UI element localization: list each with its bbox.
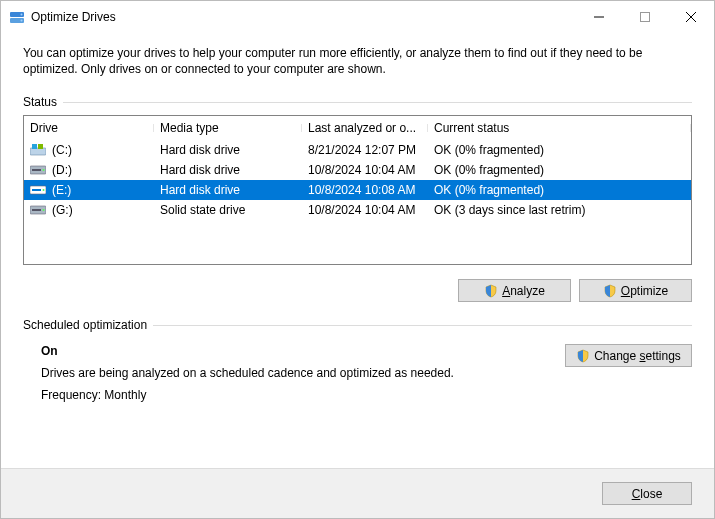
table-body: (C:)Hard disk drive8/21/2024 12:07 PMOK … — [24, 140, 691, 220]
table-row[interactable]: (E:)Hard disk drive10/8/2024 10:08 AMOK … — [24, 180, 691, 200]
close-label: Close — [632, 487, 663, 501]
close-button[interactable] — [668, 1, 714, 33]
drive-name: (E:) — [52, 183, 71, 197]
minimize-button[interactable] — [576, 1, 622, 33]
col-drive-header[interactable]: Drive — [24, 121, 154, 135]
analyze-button[interactable]: Analyze — [458, 279, 571, 302]
svg-rect-15 — [32, 209, 41, 211]
svg-rect-12 — [32, 189, 41, 191]
svg-point-13 — [43, 189, 45, 191]
col-status-header[interactable]: Current status — [428, 121, 691, 135]
status-cell: OK (0% fragmented) — [428, 143, 691, 157]
media-cell: Hard disk drive — [154, 143, 302, 157]
date-cell: 8/21/2024 12:07 PM — [302, 143, 428, 157]
app-icon — [9, 9, 25, 25]
date-cell: 10/8/2024 10:04 AM — [302, 163, 428, 177]
drive-name: (D:) — [52, 163, 72, 177]
window-title: Optimize Drives — [31, 10, 116, 24]
col-media-header[interactable]: Media type — [154, 121, 302, 135]
drive-cell: (G:) — [24, 203, 154, 217]
media-cell: Solid state drive — [154, 203, 302, 217]
divider — [153, 325, 692, 326]
status-cell: OK (0% fragmented) — [428, 183, 691, 197]
change-settings-button[interactable]: Change settings — [565, 344, 692, 367]
sched-desc: Drives are being analyzed on a scheduled… — [41, 366, 565, 380]
svg-point-3 — [21, 20, 23, 22]
svg-rect-4 — [641, 13, 650, 22]
sched-heading-row: Scheduled optimization — [23, 318, 692, 332]
table-header: Drive Media type Last analyzed or o... C… — [24, 116, 691, 140]
col-date-header[interactable]: Last analyzed or o... — [302, 121, 428, 135]
drive-icon — [30, 184, 46, 196]
shield-icon — [576, 349, 590, 363]
sched-label: Scheduled optimization — [23, 318, 147, 332]
drive-cell: (E:) — [24, 183, 154, 197]
status-cell: OK (3 days since last retrim) — [428, 203, 691, 217]
divider — [63, 102, 692, 103]
media-cell: Hard disk drive — [154, 183, 302, 197]
intro-text: You can optimize your drives to help you… — [23, 45, 692, 77]
footer: Close — [1, 468, 714, 518]
table-row[interactable]: (D:)Hard disk drive10/8/2024 10:04 AMOK … — [24, 160, 691, 180]
svg-point-10 — [43, 169, 45, 171]
close-dialog-button[interactable]: Close — [602, 482, 692, 505]
date-cell: 10/8/2024 10:08 AM — [302, 183, 428, 197]
table-row[interactable]: (G:)Solid state drive10/8/2024 10:04 AMO… — [24, 200, 691, 220]
shield-icon — [484, 284, 498, 298]
svg-point-2 — [21, 14, 23, 16]
svg-rect-7 — [38, 144, 43, 149]
svg-rect-9 — [32, 169, 41, 171]
svg-point-16 — [43, 209, 45, 211]
drive-name: (C:) — [52, 143, 72, 157]
svg-rect-6 — [32, 144, 37, 149]
svg-rect-5 — [30, 148, 46, 155]
window-controls — [576, 1, 714, 33]
drive-icon — [30, 164, 46, 176]
change-settings-label: Change settings — [594, 349, 681, 363]
date-cell: 10/8/2024 10:04 AM — [302, 203, 428, 217]
drive-cell: (C:) — [24, 143, 154, 157]
analyze-label: Analyze — [502, 284, 545, 298]
table-row[interactable]: (C:)Hard disk drive8/21/2024 12:07 PMOK … — [24, 140, 691, 160]
drive-icon — [30, 144, 46, 156]
titlebar: Optimize Drives — [1, 1, 714, 33]
media-cell: Hard disk drive — [154, 163, 302, 177]
status-label: Status — [23, 95, 57, 109]
shield-icon — [603, 284, 617, 298]
sched-text: On Drives are being analyzed on a schedu… — [41, 344, 565, 410]
drive-icon — [30, 204, 46, 216]
sched-actions: Change settings — [565, 344, 692, 410]
drive-table[interactable]: Drive Media type Last analyzed or o... C… — [23, 115, 692, 265]
status-cell: OK (0% fragmented) — [428, 163, 691, 177]
table-actions: Analyze Optimize — [23, 279, 692, 302]
sched-on: On — [41, 344, 565, 358]
content-area: You can optimize your drives to help you… — [1, 33, 714, 468]
sched-freq: Frequency: Monthly — [41, 388, 565, 402]
sched-body: On Drives are being analyzed on a schedu… — [23, 338, 692, 410]
drive-cell: (D:) — [24, 163, 154, 177]
drive-name: (G:) — [52, 203, 73, 217]
optimize-button[interactable]: Optimize — [579, 279, 692, 302]
status-heading-row: Status — [23, 95, 692, 109]
optimize-label: Optimize — [621, 284, 668, 298]
maximize-button — [622, 1, 668, 33]
